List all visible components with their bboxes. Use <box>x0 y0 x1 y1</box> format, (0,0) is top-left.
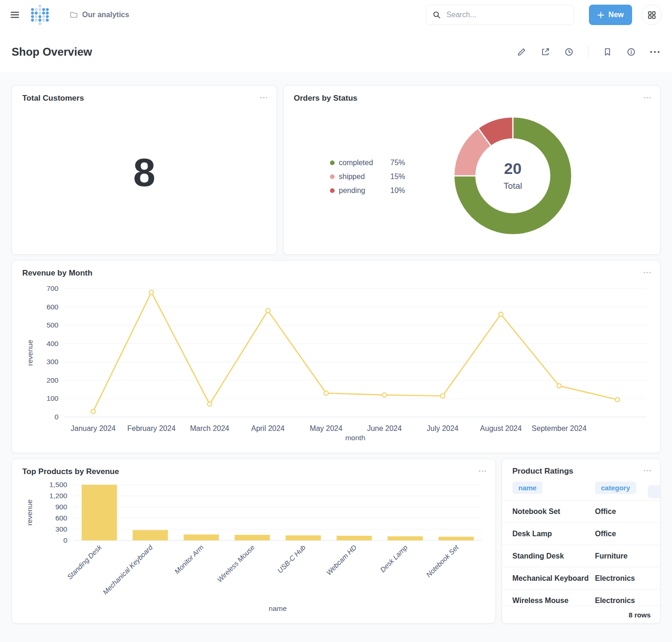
line-point-8[interactable] <box>557 384 561 388</box>
search-box[interactable] <box>426 5 574 25</box>
bar-chart[interactable]: 03006009001,2001,500Standing DeskMechani… <box>12 479 495 616</box>
card-menu-ellipsis-icon[interactable] <box>644 94 651 98</box>
svg-text:USB-C Hub: USB-C Hub <box>276 543 307 574</box>
line-point-6[interactable] <box>440 394 445 398</box>
legend-value: 15% <box>390 173 405 181</box>
breadcrumb[interactable]: Our analytics <box>70 11 129 19</box>
scalar-value: 8 <box>12 103 277 254</box>
line-point-2[interactable] <box>207 402 212 406</box>
svg-text:1,500: 1,500 <box>49 481 67 488</box>
svg-text:100: 100 <box>46 394 58 402</box>
toolbar-divider <box>588 46 588 58</box>
share-icon[interactable] <box>541 47 550 57</box>
x-axis-title: name <box>269 604 287 612</box>
line-point-0[interactable] <box>91 410 95 414</box>
new-button[interactable]: New <box>589 5 632 25</box>
legend-value: 10% <box>390 186 405 195</box>
column-pill-name[interactable]: name <box>512 482 543 494</box>
svg-text:700: 700 <box>46 284 58 292</box>
svg-text:March 2024: March 2024 <box>190 424 229 432</box>
bar-standing-desk[interactable] <box>82 485 117 540</box>
svg-text:Monitor Arm: Monitor Arm <box>173 543 205 575</box>
table-row[interactable]: Mechanical KeyboardElectronics <box>502 567 660 589</box>
legend-dot <box>330 188 335 193</box>
y-axis-title: revenue <box>26 500 33 526</box>
app-header: Our analytics New <box>0 0 672 30</box>
donut-center-label: Total <box>504 181 522 191</box>
donut-center-value: 20 <box>504 160 522 177</box>
svg-text:600: 600 <box>46 303 58 311</box>
status-legend: completed75%shipped15%pending10% <box>330 156 405 198</box>
card-menu-ellipsis-icon[interactable] <box>479 467 486 472</box>
line-point-1[interactable] <box>149 290 153 294</box>
legend-item-pending[interactable]: pending10% <box>330 186 405 195</box>
legend-dot <box>330 174 335 179</box>
card-menu-ellipsis-icon[interactable] <box>644 269 651 273</box>
svg-text:300: 300 <box>46 358 58 366</box>
svg-text:April 2024: April 2024 <box>251 424 284 432</box>
card-title[interactable]: Top Products by Revenue <box>22 467 119 476</box>
svg-text:February 2024: February 2024 <box>127 424 175 432</box>
line-point-4[interactable] <box>324 391 328 395</box>
bar-monitor-arm[interactable] <box>184 534 219 540</box>
info-icon[interactable] <box>627 47 636 57</box>
grid-icon[interactable] <box>641 5 662 25</box>
clock-icon[interactable] <box>564 47 574 57</box>
card-total-customers: Total Customers 8 <box>12 85 277 255</box>
breadcrumb-label: Our analytics <box>82 11 129 19</box>
table-row[interactable]: Standing DeskFurniture <box>502 545 660 567</box>
column-pill-category[interactable]: category <box>595 482 636 494</box>
donut-chart[interactable]: 20Total <box>454 117 572 237</box>
line-point-5[interactable] <box>382 393 386 397</box>
svg-text:200: 200 <box>46 376 58 384</box>
line-point-7[interactable] <box>498 312 503 316</box>
pencil-icon[interactable] <box>517 47 526 57</box>
svg-text:600: 600 <box>55 514 67 522</box>
bar-mechanical-keyboard[interactable] <box>133 530 168 540</box>
table-row[interactable]: Desk LampOffice <box>502 522 660 545</box>
svg-text:January 2024: January 2024 <box>71 424 116 432</box>
card-menu-ellipsis-icon[interactable] <box>644 467 651 471</box>
line-point-9[interactable] <box>615 398 619 402</box>
line-point-3[interactable] <box>265 308 270 313</box>
svg-text:900: 900 <box>55 503 67 511</box>
svg-text:0: 0 <box>54 413 58 421</box>
card-top-products: Top Products by Revenue 03006009001,2001… <box>12 459 496 623</box>
line-chart[interactable]: 0100200300400500600700January 2024Februa… <box>12 279 660 446</box>
table-row[interactable]: Notebook SetOffice <box>502 500 660 522</box>
cell-category: Office <box>595 507 651 516</box>
card-title[interactable]: Total Customers <box>22 94 84 103</box>
ellipsis-icon[interactable] <box>650 51 659 53</box>
svg-text:Webcam HD: Webcam HD <box>324 543 358 577</box>
svg-text:300: 300 <box>55 525 67 533</box>
svg-text:July 2024: July 2024 <box>426 424 459 432</box>
search-input[interactable] <box>446 10 567 19</box>
card-title[interactable]: Product Ratings <box>512 467 573 476</box>
bar-wireless-mouse[interactable] <box>235 535 270 540</box>
x-axis-title: month <box>345 434 365 442</box>
bookmark-icon[interactable] <box>603 47 612 57</box>
bar-desk-lamp[interactable] <box>388 536 423 540</box>
column-pill-clipped[interactable] <box>648 485 660 498</box>
hamburger-icon[interactable] <box>10 10 19 19</box>
svg-text:500: 500 <box>46 321 58 329</box>
card-orders-by-status: Orders by Status completed75%shipped15%p… <box>283 85 660 255</box>
card-title[interactable]: Orders by Status <box>294 94 357 103</box>
legend-item-completed[interactable]: completed75% <box>330 159 405 167</box>
bar-usb-c-hub[interactable] <box>285 535 321 540</box>
svg-text:September 2024: September 2024 <box>531 424 586 432</box>
metabase-logo[interactable] <box>31 4 49 26</box>
bar-notebook-set[interactable] <box>439 537 474 540</box>
dashboard-title-bar: Shop Overview <box>0 30 672 72</box>
card-menu-ellipsis-icon[interactable] <box>260 94 267 98</box>
bar-webcam-hd[interactable] <box>336 536 372 540</box>
card-title[interactable]: Revenue by Month <box>22 269 92 278</box>
cell-category: Furniture <box>595 552 651 560</box>
svg-text:May 2024: May 2024 <box>310 424 342 432</box>
search-icon <box>433 11 441 19</box>
svg-text:Mechanical Keyboard: Mechanical Keyboard <box>101 543 154 596</box>
plus-icon <box>597 12 604 19</box>
legend-value: 75% <box>390 159 405 167</box>
row-count: 8 rows <box>628 611 651 619</box>
legend-item-shipped[interactable]: shipped15% <box>330 173 405 181</box>
